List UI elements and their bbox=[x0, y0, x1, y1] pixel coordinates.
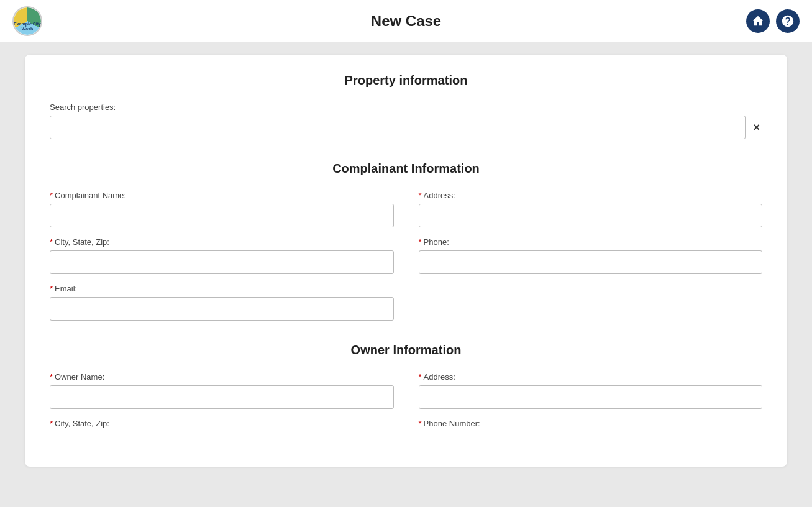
owner-address-input[interactable] bbox=[419, 385, 763, 409]
header: Example City Wash New Case bbox=[0, 0, 812, 42]
city-state-zip-label: *City, State, Zip: bbox=[50, 237, 394, 247]
help-button[interactable] bbox=[776, 9, 800, 33]
address-label: *Address: bbox=[419, 191, 763, 200]
main-content: Property information Search properties: … bbox=[0, 42, 812, 479]
owner-row-1: *Owner Name: *Address: bbox=[50, 372, 762, 409]
required-star: * bbox=[419, 191, 422, 200]
required-star: * bbox=[50, 419, 53, 428]
complainant-name-label: *Complainant Name: bbox=[50, 191, 394, 200]
required-star: * bbox=[419, 372, 422, 381]
logo: Example City Wash bbox=[12, 6, 42, 36]
complainant-name-group: *Complainant Name: bbox=[50, 191, 394, 227]
email-input[interactable] bbox=[50, 297, 394, 321]
search-label: Search properties: bbox=[50, 103, 762, 112]
city-state-zip-input[interactable] bbox=[50, 250, 394, 274]
search-input-wrap: × bbox=[50, 116, 762, 139]
required-star: * bbox=[50, 191, 53, 200]
owner-section-title: Owner Information bbox=[50, 343, 762, 357]
complainant-section: Complainant Information *Complainant Nam… bbox=[50, 162, 762, 321]
phone-group: *Phone: bbox=[419, 237, 763, 274]
owner-name-label: *Owner Name: bbox=[50, 372, 394, 381]
complainant-row-1: *Complainant Name: *Address: bbox=[50, 191, 762, 227]
search-row: Search properties: × bbox=[50, 103, 762, 139]
required-star: * bbox=[50, 237, 53, 247]
address-group: *Address: bbox=[419, 191, 763, 227]
header-icons bbox=[746, 9, 800, 33]
email-label: *Email: bbox=[50, 284, 394, 293]
owner-name-group: *Owner Name: bbox=[50, 372, 394, 409]
complainant-name-input[interactable] bbox=[50, 204, 394, 227]
clear-search-button[interactable]: × bbox=[750, 122, 762, 133]
owner-row-2: *City, State, Zip: *Phone Number: bbox=[50, 419, 762, 432]
owner-city-state-zip-group: *City, State, Zip: bbox=[50, 419, 394, 432]
home-button[interactable] bbox=[746, 9, 770, 33]
property-section: Property information Search properties: … bbox=[50, 73, 762, 139]
owner-phone-group: *Phone Number: bbox=[419, 419, 763, 432]
email-row-spacer bbox=[419, 284, 763, 321]
complainant-row-2: *City, State, Zip: *Phone: bbox=[50, 237, 762, 274]
owner-address-group: *Address: bbox=[419, 372, 763, 409]
logo-text: Example City Wash bbox=[14, 22, 41, 32]
required-star: * bbox=[419, 237, 422, 247]
property-section-title: Property information bbox=[50, 73, 762, 88]
required-star: * bbox=[50, 372, 53, 381]
owner-city-state-zip-label: *City, State, Zip: bbox=[50, 419, 394, 428]
form-card: Property information Search properties: … bbox=[25, 55, 787, 467]
required-star: * bbox=[419, 419, 422, 428]
home-icon bbox=[751, 14, 765, 28]
required-star: * bbox=[50, 284, 53, 293]
owner-address-label: *Address: bbox=[419, 372, 763, 381]
owner-name-input[interactable] bbox=[50, 385, 394, 409]
complainant-row-3: *Email: bbox=[50, 284, 762, 321]
complainant-section-title: Complainant Information bbox=[50, 162, 762, 176]
phone-input[interactable] bbox=[419, 250, 763, 274]
owner-phone-label: *Phone Number: bbox=[419, 419, 763, 428]
page-title: New Case bbox=[371, 12, 441, 30]
search-input[interactable] bbox=[50, 116, 746, 139]
phone-label: *Phone: bbox=[419, 237, 763, 247]
owner-section: Owner Information *Owner Name: *Address: bbox=[50, 343, 762, 432]
logo-circle: Example City Wash bbox=[12, 6, 42, 36]
address-input[interactable] bbox=[419, 204, 763, 227]
help-icon bbox=[781, 14, 795, 28]
city-state-zip-group: *City, State, Zip: bbox=[50, 237, 394, 274]
email-group: *Email: bbox=[50, 284, 394, 321]
